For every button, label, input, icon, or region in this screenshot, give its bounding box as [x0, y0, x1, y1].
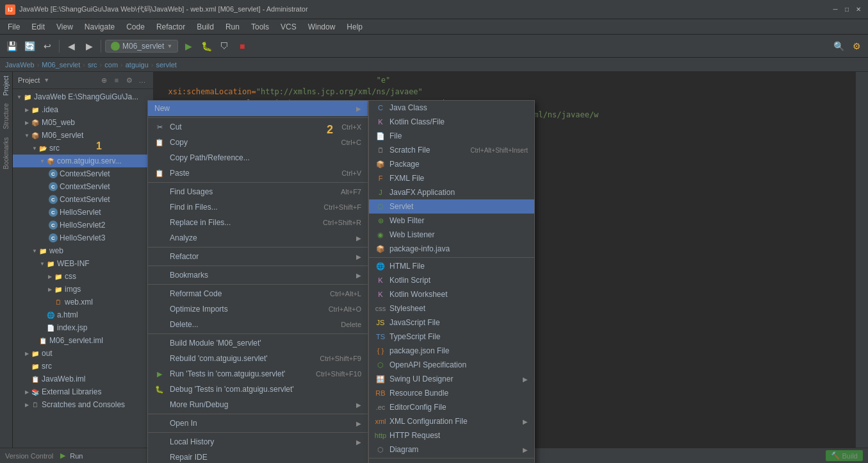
- bookmarks-tab-vertical[interactable]: Bookmarks: [1, 133, 11, 173]
- tree-item-css[interactable]: ▶ 📁 css: [13, 270, 153, 283]
- breadcrumb-module[interactable]: M06_servlet: [42, 61, 80, 69]
- stop-button[interactable]: ■: [234, 38, 250, 54]
- ctx-bookmarks[interactable]: Bookmarks ▶: [148, 267, 368, 283]
- submenu-scratch[interactable]: 🗒 Scratch File Ctrl+Alt+Shift+Insert: [369, 143, 534, 157]
- tree-item-package[interactable]: ▼ 📦 com.atguigu.serv...: [13, 155, 153, 167]
- run-config-selector[interactable]: M06_servlet ▼: [105, 40, 178, 53]
- submenu-weblistener[interactable]: ◉ Web Listener: [369, 228, 534, 242]
- menu-help[interactable]: Help: [341, 21, 368, 33]
- maximize-button[interactable]: □: [842, 5, 851, 14]
- submenu-typescript[interactable]: TS TypeScript File: [369, 330, 534, 344]
- submenu-packageinfo[interactable]: 📦 package-info.java: [369, 242, 534, 256]
- ctx-cut[interactable]: ✂ Cut Ctrl+X: [148, 119, 368, 135]
- submenu-kotlinworksheet[interactable]: K Kotlin Worksheet: [369, 287, 534, 301]
- submenu-datasource[interactable]: 🗄 Data Source in Path: [369, 460, 534, 463]
- submenu-resourcebundle[interactable]: RB Resource Bundle: [369, 386, 534, 400]
- panel-gear-button[interactable]: …: [136, 74, 148, 86]
- tree-item-contextservlet2[interactable]: C ContextServlet: [13, 180, 153, 193]
- ctx-repair-ide[interactable]: Repair IDE: [148, 450, 368, 463]
- menu-refactor[interactable]: Refactor: [151, 21, 190, 33]
- ctx-local-history[interactable]: Local History ▶: [148, 434, 368, 450]
- sync-button[interactable]: 🔄: [22, 38, 37, 54]
- menu-code[interactable]: Code: [121, 21, 150, 33]
- coverage-button[interactable]: ⛉: [217, 38, 232, 54]
- submenu-kotlinscript[interactable]: K Kotlin Script: [369, 273, 534, 287]
- ctx-reformat[interactable]: Reformat Code Ctrl+Alt+L: [148, 286, 368, 301]
- ctx-find-usages[interactable]: Find Usages Alt+F7: [148, 184, 368, 199]
- submenu-servlet[interactable]: ⬡ Servlet: [369, 199, 534, 214]
- submenu-java-class[interactable]: C Java Class: [369, 101, 534, 115]
- submenu-html[interactable]: 🌐 HTML File: [369, 259, 534, 273]
- submenu-javascript[interactable]: JS JavaScript File: [369, 316, 534, 330]
- ctx-open-in[interactable]: Open In ▶: [148, 416, 368, 431]
- submenu-openapi[interactable]: ⬡ OpenAPI Specification: [369, 358, 534, 372]
- ctx-optimize-imports[interactable]: Optimize Imports Ctrl+Alt+O: [148, 301, 368, 317]
- menu-window[interactable]: Window: [303, 21, 341, 33]
- ctx-rebuild[interactable]: Rebuild 'com.atguigu.servlet' Ctrl+Shift…: [148, 351, 368, 366]
- tree-item-scratches[interactable]: ▶ 🗒 Scratches and Consoles: [13, 398, 153, 411]
- ctx-analyze[interactable]: Analyze ▶: [148, 230, 368, 246]
- tree-item-webinf[interactable]: ▼ 📁 WEB-INF: [13, 257, 153, 270]
- settings-button[interactable]: ⚙: [849, 38, 864, 54]
- tree-item-helloservlet[interactable]: C HelloServlet: [13, 206, 153, 219]
- tree-item-imgs[interactable]: ▶ 📁 imgs: [13, 283, 153, 296]
- tree-item-iml[interactable]: 📋 M06_servlet.iml: [13, 334, 153, 347]
- menu-file[interactable]: File: [3, 21, 25, 33]
- tree-item-m05[interactable]: ▶ 📦 M05_web: [13, 116, 153, 129]
- submenu-swing[interactable]: 🪟 Swing UI Designer ▶: [369, 372, 534, 386]
- ctx-paste[interactable]: 📋 Paste Ctrl+V: [148, 165, 368, 181]
- close-button[interactable]: ✕: [854, 5, 863, 14]
- tree-item-m06[interactable]: ▼ 📦 M06_servlet: [13, 129, 153, 142]
- forward-button[interactable]: ▶: [81, 38, 97, 54]
- tree-item-javaweb-iml[interactable]: 📋 JavaWeb.iml: [13, 373, 153, 385]
- tree-item-out[interactable]: ▶ 📁 out: [13, 347, 153, 360]
- ctx-build-module[interactable]: Build Module 'M06_servlet': [148, 335, 368, 351]
- tree-item-indexjsp[interactable]: 📄 index.jsp: [13, 321, 153, 334]
- ctx-run-tests[interactable]: ▶ Run 'Tests in 'com.atguigu.servlet' Ct…: [148, 366, 368, 382]
- menu-navigate[interactable]: Navigate: [79, 21, 120, 33]
- menu-vcs[interactable]: VCS: [275, 21, 302, 33]
- menu-view[interactable]: View: [51, 21, 78, 33]
- breadcrumb-javaweb[interactable]: JavaWeb: [5, 61, 35, 69]
- minimize-button[interactable]: ─: [831, 5, 840, 14]
- tree-item-idea[interactable]: ▶ 📁 .idea: [13, 103, 153, 116]
- submenu-javafx[interactable]: J JavaFX Application: [369, 185, 534, 199]
- breadcrumb-atguigu[interactable]: atguigu: [126, 61, 149, 69]
- submenu-xml[interactable]: xml XML Configuration File ▶: [369, 414, 534, 428]
- tree-item-javaweb[interactable]: ▼ 📁 JavaWeb E:\ShangGuiGu\Ja...: [13, 90, 153, 103]
- submenu-fxml[interactable]: F FXML File: [369, 171, 534, 185]
- tree-item-contextservlet1[interactable]: C ContextServlet: [13, 167, 153, 180]
- tree-item-contextservlet3[interactable]: C ContextServlet: [13, 193, 153, 206]
- submenu-editorconfig[interactable]: .ec EditorConfig File: [369, 400, 534, 414]
- ctx-copy-path[interactable]: Copy Path/Reference...: [148, 150, 368, 165]
- build-button[interactable]: 🔨 Build: [826, 450, 863, 461]
- submenu-package[interactable]: 📦 Package: [369, 157, 534, 171]
- ctx-replace-in-files[interactable]: Replace in Files... Ctrl+Shift+R: [148, 215, 368, 230]
- undo-button[interactable]: ↩: [40, 38, 55, 54]
- ctx-delete[interactable]: Delete... Delete: [148, 317, 368, 332]
- version-control-tab[interactable]: Version Control: [5, 452, 53, 460]
- submenu-kotlin-class[interactable]: K Kotlin Class/File: [369, 115, 534, 129]
- search-everywhere-button[interactable]: 🔍: [831, 38, 846, 54]
- title-bar-controls[interactable]: ─ □ ✕: [831, 5, 863, 14]
- tree-item-src[interactable]: ▼ 📂 src 1: [13, 142, 153, 155]
- debug-button[interactable]: 🐛: [199, 38, 214, 54]
- ctx-new[interactable]: New ▶: [148, 101, 368, 116]
- tree-item-helloservlet3[interactable]: C HelloServlet3: [13, 232, 153, 244]
- menu-tools[interactable]: Tools: [246, 21, 274, 33]
- back-button[interactable]: ◀: [63, 38, 79, 54]
- submenu-file[interactable]: 📄 File: [369, 129, 534, 143]
- ctx-find-in-files[interactable]: Find in Files... Ctrl+Shift+F: [148, 199, 368, 215]
- structure-tab-vertical[interactable]: Structure: [1, 99, 11, 133]
- menu-run[interactable]: Run: [220, 21, 245, 33]
- collapse-all-button[interactable]: ≡: [111, 74, 122, 86]
- breadcrumb-servlet[interactable]: servlet: [156, 61, 176, 69]
- submenu-webfilter[interactable]: ⊛ Web Filter: [369, 214, 534, 228]
- ctx-copy[interactable]: 📋 Copy Ctrl+C: [148, 135, 368, 150]
- tree-item-ahtml[interactable]: 🌐 a.html: [13, 308, 153, 321]
- ctx-more-run[interactable]: More Run/Debug ▶: [148, 397, 368, 412]
- save-button[interactable]: 💾: [4, 38, 19, 54]
- run-tab[interactable]: ▶ Run: [58, 451, 83, 460]
- submenu-httprequest[interactable]: http HTTP Request: [369, 428, 534, 442]
- menu-build[interactable]: Build: [192, 21, 219, 33]
